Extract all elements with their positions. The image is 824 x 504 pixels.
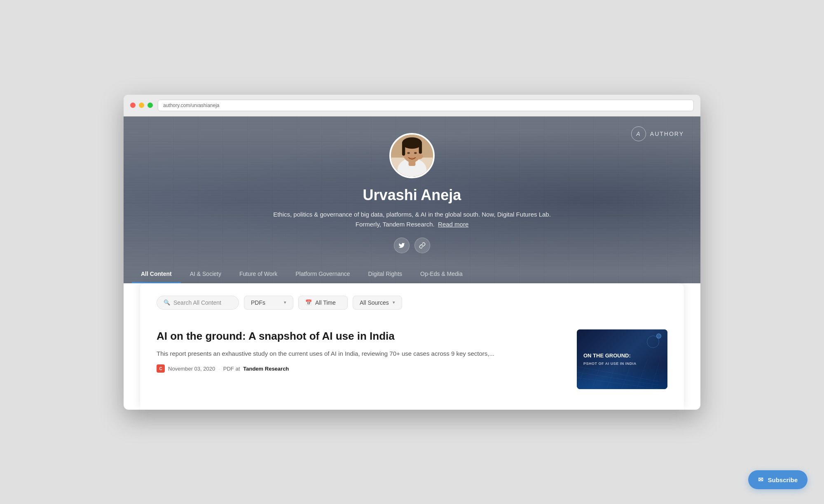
envelope-icon: ✉ (758, 476, 763, 483)
article-thumbnail[interactable]: ON THE GROUND: PSHOT OF AI USE IN INDIA (577, 329, 667, 389)
tab-all-content[interactable]: All Content (132, 266, 181, 283)
article-meta: C November 03, 2020 · PDF at Tandem Rese… (157, 364, 564, 373)
close-button[interactable] (130, 103, 136, 108)
sources-filter[interactable]: All Sources ▾ (353, 296, 402, 310)
filters-row: 🔍 Search All Content PDFs ▾ 📅 All Time A… (157, 296, 667, 310)
calendar-icon: 📅 (305, 299, 312, 306)
avatar-face (391, 135, 433, 177)
tab-op-eds-media[interactable]: Op-Eds & Media (411, 266, 472, 283)
article-description: This report presents an exhaustive study… (157, 349, 564, 359)
content-area: 🔍 Search All Content PDFs ▾ 📅 All Time A… (140, 283, 684, 410)
tab-platform-governance[interactable]: Platform Governance (286, 266, 359, 283)
minimize-button[interactable] (139, 103, 144, 108)
time-filter[interactable]: 📅 All Time (298, 296, 348, 310)
svg-point-9 (407, 152, 410, 154)
search-placeholder: Search All Content (173, 299, 221, 306)
author-bio: Ethics, politics & governance of big dat… (268, 210, 556, 229)
svg-rect-7 (402, 142, 405, 155)
tab-future-of-work[interactable]: Future of Work (230, 266, 286, 283)
article-type: PDF at (223, 366, 240, 372)
traffic-lights (130, 103, 153, 108)
avatar (389, 133, 435, 178)
fullscreen-button[interactable] (147, 103, 153, 108)
type-filter-label: PDFs (251, 299, 265, 306)
thumbnail-inner: ON THE GROUND: PSHOT OF AI USE IN INDIA (577, 329, 667, 389)
article-text: AI on the ground: A snapshot of AI use i… (157, 329, 564, 373)
subscribe-button[interactable]: ✉ Subscribe (748, 470, 808, 489)
address-bar[interactable]: authory.com/urvashianeja (158, 100, 694, 111)
social-links (132, 238, 692, 253)
chevron-down-icon: ▾ (284, 300, 286, 305)
article-card: AI on the ground: A snapshot of AI use i… (157, 321, 667, 397)
svg-rect-8 (419, 142, 422, 154)
article-source-link[interactable]: Tandem Research (243, 366, 289, 372)
nav-tabs: All Content AI & Society Future of Work … (132, 266, 692, 283)
avatar-container (132, 133, 692, 178)
source-badge: C (157, 364, 165, 373)
website-link-button[interactable] (414, 238, 430, 253)
tab-ai-society[interactable]: AI & Society (181, 266, 230, 283)
author-name: Urvashi Aneja (132, 187, 692, 204)
type-filter[interactable]: PDFs ▾ (244, 296, 293, 310)
twitter-button[interactable] (394, 238, 410, 253)
thumbnail-text: ON THE GROUND: PSHOT OF AI USE IN INDIA (583, 352, 661, 366)
search-filter[interactable]: 🔍 Search All Content (157, 296, 239, 310)
tab-digital-rights[interactable]: Digital Rights (359, 266, 411, 283)
browser-window: authory.com/urvashianeja A AUTHORY (124, 95, 700, 410)
time-filter-label: All Time (315, 299, 336, 306)
article-title[interactable]: AI on the ground: A snapshot of AI use i… (157, 329, 564, 343)
svg-point-10 (414, 152, 417, 154)
search-icon: 🔍 (164, 299, 170, 306)
read-more-link[interactable]: Read more (438, 221, 468, 228)
browser-chrome: authory.com/urvashianeja (124, 95, 700, 117)
chevron-down-icon-sources: ▾ (393, 300, 395, 305)
article-date: November 03, 2020 (168, 366, 215, 372)
hero-section: A AUTHORY (124, 117, 700, 283)
sources-filter-label: All Sources (360, 299, 389, 306)
